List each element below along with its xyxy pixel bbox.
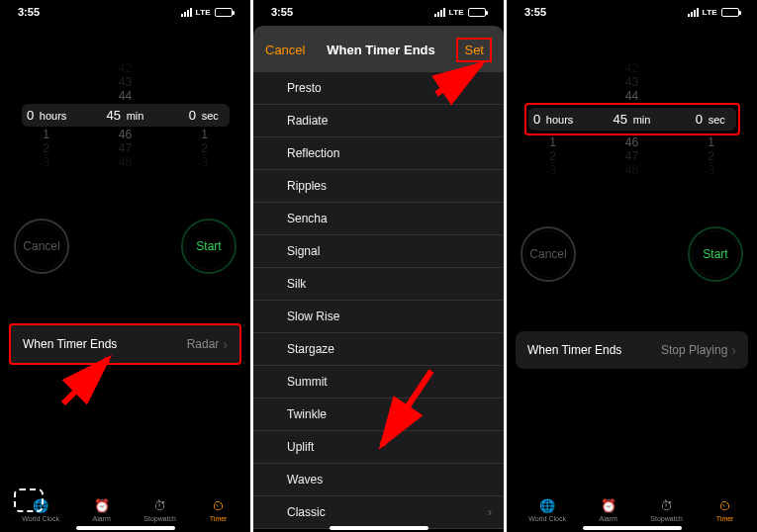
start-button[interactable]: Start bbox=[688, 226, 743, 282]
screen-timer-3: 3:55 LTE 42 43 44 0 hours 45 min 0 sec 1… bbox=[507, 0, 757, 532]
when-timer-ends-row[interactable]: When Timer Ends Stop Playing› bbox=[516, 331, 748, 369]
when-timer-ends-value: Stop Playing› bbox=[661, 342, 736, 358]
start-button[interactable]: Start bbox=[181, 219, 237, 274]
option-silk[interactable]: Silk bbox=[253, 268, 504, 301]
time-picker[interactable]: 42 43 44 0 hours 45 min 0 sec 1461 2472 … bbox=[507, 61, 757, 177]
picker-highlight-box: 0 hours 45 min 0 sec bbox=[524, 103, 740, 135]
action-row: Cancel Start bbox=[0, 219, 250, 274]
svg-line-0 bbox=[63, 359, 108, 403]
annotation-arrow bbox=[431, 59, 491, 103]
stopwatch-icon: ⏱ bbox=[657, 497, 677, 513]
tab-world-clock[interactable]: 🌐World Clock bbox=[528, 497, 566, 522]
option-classic[interactable]: Classic bbox=[253, 496, 504, 529]
svg-line-1 bbox=[436, 64, 481, 94]
annotation-arrow bbox=[53, 354, 123, 417]
timer-icon: ⏲ bbox=[209, 497, 229, 513]
when-timer-ends-label: When Timer Ends bbox=[527, 343, 621, 357]
timer-icon: ⏲ bbox=[715, 497, 735, 513]
option-slow-rise[interactable]: Slow Rise bbox=[253, 301, 504, 333]
chevron-right-icon: › bbox=[731, 342, 736, 358]
home-indicator bbox=[76, 526, 175, 530]
indicator-icon bbox=[14, 488, 44, 512]
option-sencha[interactable]: Sencha bbox=[253, 203, 504, 235]
tab-timer[interactable]: ⏲Timer bbox=[715, 497, 735, 522]
status-bar: 3:55 LTE bbox=[507, 0, 757, 18]
tab-alarm[interactable]: ⏰Alarm bbox=[599, 497, 618, 522]
tab-stopwatch[interactable]: ⏱Stopwatch bbox=[650, 497, 683, 522]
picker-selected-row: 0 hours 45 min 0 sec bbox=[22, 104, 230, 127]
when-timer-ends-row[interactable]: When Timer Ends Radar› bbox=[9, 323, 241, 365]
action-row: Cancel Start bbox=[507, 226, 757, 282]
option-radiate[interactable]: Radiate bbox=[253, 105, 504, 137]
cancel-button[interactable]: Cancel bbox=[520, 226, 576, 282]
chevron-right-icon: › bbox=[223, 336, 228, 352]
status-bar: 3:55 LTE bbox=[0, 0, 250, 18]
tab-stopwatch[interactable]: ⏱Stopwatch bbox=[143, 497, 176, 522]
modal-cancel-button[interactable]: Cancel bbox=[265, 43, 305, 57]
sound-options-list[interactable]: Presto Radiate Reflection Ripples Sencha… bbox=[253, 72, 504, 529]
tab-timer[interactable]: ⏲Timer bbox=[209, 497, 229, 522]
screen-timer-1: 3:55 LTE 42 43 44 0 hours 45 min 0 sec 1… bbox=[0, 0, 250, 532]
tab-alarm[interactable]: ⏰Alarm bbox=[92, 497, 112, 522]
option-ripples[interactable]: Ripples bbox=[253, 170, 504, 203]
option-stargaze[interactable]: Stargaze bbox=[253, 333, 504, 366]
option-waves[interactable]: Waves bbox=[253, 464, 504, 496]
cancel-button[interactable]: Cancel bbox=[14, 219, 69, 274]
alarm-icon: ⏰ bbox=[599, 497, 618, 513]
screen-sound-picker: 3:55 LTE Cancel When Timer Ends Set Pres… bbox=[253, 0, 504, 532]
time-picker[interactable]: 42 43 44 0 hours 45 min 0 sec 1461 2472 … bbox=[0, 61, 250, 169]
tab-bar: 🌐World Clock ⏰Alarm ⏱Stopwatch ⏲Timer bbox=[507, 493, 757, 528]
home-indicator bbox=[583, 526, 682, 530]
when-timer-ends-label: When Timer Ends bbox=[23, 337, 117, 351]
modal-title: When Timer Ends bbox=[327, 43, 435, 57]
status-time: 3:55 bbox=[18, 6, 40, 18]
home-indicator bbox=[330, 526, 428, 530]
option-signal[interactable]: Signal bbox=[253, 235, 504, 268]
picker-selected-row: 0 hours 45 min 0 sec bbox=[528, 108, 736, 131]
annotation-arrow bbox=[372, 366, 441, 459]
status-bar: 3:55 LTE bbox=[253, 0, 504, 18]
globe-icon: 🌐 bbox=[537, 497, 557, 513]
option-reflection[interactable]: Reflection bbox=[253, 137, 504, 170]
svg-line-2 bbox=[382, 371, 431, 445]
alarm-icon: ⏰ bbox=[92, 497, 112, 513]
stopwatch-icon: ⏱ bbox=[150, 497, 170, 513]
when-timer-ends-value: Radar› bbox=[187, 336, 228, 352]
status-icons: LTE bbox=[181, 6, 233, 18]
